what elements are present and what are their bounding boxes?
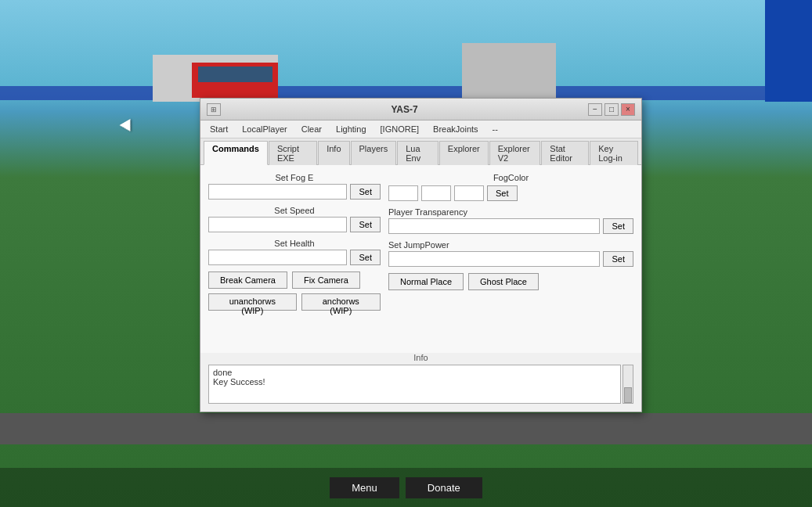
info-output: done Key Success! — [208, 365, 621, 404]
speed-set-button[interactable]: Set — [350, 217, 381, 232]
health-label: Set Health — [208, 239, 381, 248]
ghost-place-button[interactable]: Ghost Place — [468, 273, 539, 290]
info-line-2: Key Success! — [213, 377, 616, 387]
bg-bus — [192, 63, 278, 98]
tab-commands[interactable]: Commands — [204, 141, 268, 165]
menu-button[interactable]: Menu — [330, 477, 399, 498]
right-panel: FogColor Set Player Transparency Set Set… — [388, 173, 633, 345]
break-camera-button[interactable]: Break Camera — [208, 271, 287, 289]
health-set-button[interactable]: Set — [350, 250, 381, 265]
left-panel: Set Fog E Set Set Speed Set Set Health — [208, 173, 381, 345]
health-group: Set Health Set — [208, 239, 381, 265]
menu-ignore[interactable]: [IGNORE] — [374, 122, 426, 136]
jump-power-set-button[interactable]: Set — [603, 251, 633, 267]
player-transparency-label: Player Transparency — [388, 207, 633, 217]
tab-players[interactable]: Players — [351, 141, 397, 165]
fog-e-group: Set Fog E Set — [208, 173, 381, 200]
player-transparency-set-button[interactable]: Set — [603, 218, 633, 234]
bg-building-right — [462, 43, 556, 98]
menu-dash[interactable]: -- — [486, 122, 504, 136]
health-row: Set — [208, 250, 381, 265]
anchorws-button[interactable]: anchorws (WIP) — [301, 293, 381, 311]
window-icon: ⊞ — [207, 103, 221, 116]
speed-row: Set — [208, 217, 381, 232]
info-section: Info done Key Success! — [200, 353, 641, 412]
health-input[interactable] — [208, 250, 347, 265]
content-area: Set Fog E Set Set Speed Set Set Health — [200, 165, 641, 353]
menu-start[interactable]: Start — [204, 122, 234, 136]
menu-clear[interactable]: Clear — [295, 122, 328, 136]
dialog-title: YAS-7 — [221, 104, 588, 115]
menubar: Start LocalPlayer Clear Lighting [IGNORE… — [200, 120, 641, 138]
player-transparency-input[interactable] — [388, 218, 600, 234]
yas7-dialog: ⊞ YAS-7 − □ × Start LocalPlayer Clear Li… — [200, 98, 642, 412]
tabbar: Commands Script EXE Info Players Lua Env… — [200, 138, 641, 165]
fog-color-g[interactable] — [421, 185, 451, 201]
tab-lua-env[interactable]: Lua Env — [397, 141, 438, 165]
speed-input[interactable] — [208, 217, 347, 232]
donate-button[interactable]: Donate — [406, 477, 482, 498]
fog-e-label: Set Fog E — [208, 173, 381, 182]
fog-color-label: FogColor — [388, 173, 633, 182]
fog-color-b[interactable] — [454, 185, 484, 201]
close-button[interactable]: × — [621, 103, 635, 116]
titlebar-controls: − □ × — [588, 103, 635, 116]
bg-road — [0, 413, 812, 444]
tab-key-login[interactable]: Key Log-in — [590, 141, 638, 165]
bg-bus-window — [198, 67, 272, 82]
tab-explorer-v2[interactable]: Explorer V2 — [489, 141, 541, 165]
fog-e-set-button[interactable]: Set — [350, 184, 381, 200]
info-scrollbar[interactable] — [623, 365, 633, 404]
jump-power-input[interactable] — [388, 251, 600, 267]
anchor-buttons: unanchorws (WIP) anchorws (WIP) — [208, 293, 381, 311]
menu-lighting[interactable]: Lighting — [330, 122, 373, 136]
unanchorws-button[interactable]: unanchorws (WIP) — [208, 293, 297, 311]
menu-breakjoints[interactable]: BreakJoints — [427, 122, 484, 136]
tab-explorer[interactable]: Explorer — [439, 141, 489, 165]
fog-color-r[interactable] — [388, 185, 418, 201]
speed-group: Set Speed Set — [208, 206, 381, 232]
place-buttons: Normal Place Ghost Place — [388, 273, 633, 290]
transparency-row: Set — [388, 218, 633, 234]
info-label: Info — [208, 353, 633, 362]
tab-info[interactable]: Info — [318, 141, 349, 165]
info-box-wrapper: done Key Success! — [208, 365, 633, 404]
jumppower-row: Set — [388, 251, 633, 267]
titlebar: ⊞ YAS-7 − □ × — [200, 99, 641, 120]
normal-place-button[interactable]: Normal Place — [388, 273, 464, 290]
speed-label: Set Speed — [208, 206, 381, 215]
maximize-button[interactable]: □ — [604, 103, 619, 116]
menu-localplayer[interactable]: LocalPlayer — [236, 122, 293, 136]
fog-color-row: Set — [388, 185, 633, 201]
bottom-bar: Menu Donate — [0, 468, 812, 507]
tab-stat-editor[interactable]: Stat Editor — [541, 141, 589, 165]
bg-right-panel-building — [765, 0, 812, 102]
fog-color-set-button[interactable]: Set — [487, 185, 518, 201]
camera-buttons: Break Camera Fix Camera — [208, 271, 381, 289]
fog-e-input[interactable] — [208, 184, 347, 200]
fix-camera-button[interactable]: Fix Camera — [292, 271, 360, 289]
info-line-1: done — [213, 368, 616, 377]
scroll-thumb[interactable] — [624, 387, 632, 403]
jump-power-label: Set JumpPower — [388, 240, 633, 250]
tab-script-exe[interactable]: Script EXE — [269, 141, 317, 165]
minimize-button[interactable]: − — [588, 103, 602, 116]
fog-e-row: Set — [208, 184, 381, 200]
